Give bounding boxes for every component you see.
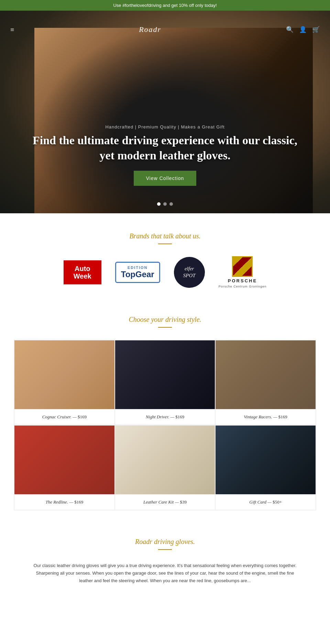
product-label-cognac: Cognac Cruiser. — $169	[14, 409, 114, 425]
brands-row: Auto Week EDITION TopGear elferSPOT PORS…	[21, 256, 309, 288]
product-night-driver[interactable]: Night Driver. — $169	[115, 340, 216, 425]
topgear-gear: TopGear	[121, 270, 154, 279]
product-vintage-racers[interactable]: Vintage Racers. — $169	[215, 340, 316, 425]
search-icon[interactable]: 🔍	[286, 26, 294, 33]
elferspot-logo: elferSPOT	[174, 257, 205, 288]
view-collection-button[interactable]: View Collection	[134, 171, 196, 186]
product-cognac-cruiser[interactable]: Cognac Cruiser. — $169	[14, 340, 115, 425]
product-label-night: Night Driver. — $169	[115, 409, 215, 425]
autoweek-logo: Auto Week	[64, 260, 101, 284]
product-price-gift: $50+	[273, 499, 282, 505]
product-separator-care: —	[175, 499, 180, 505]
nav-logo: Roadr	[14, 25, 286, 34]
carousel-dot-1[interactable]	[157, 202, 161, 206]
navbar: ≡ Roadr 🔍 👤 🛒	[0, 20, 330, 39]
product-care-kit[interactable]: Leather Care Kit — $39	[115, 425, 216, 510]
product-name-redline: The Redline.	[45, 499, 68, 505]
product-name-cognac: Cognac Cruiser.	[42, 414, 72, 419]
carousel-dot-3[interactable]	[169, 202, 173, 206]
hero-content: Handcrafted | Premium Quality | Makes a …	[0, 124, 330, 186]
driving-style-title: Choose your driving style.	[14, 316, 316, 324]
products-grid-row1: Cognac Cruiser. — $169 Night Driver. — $…	[14, 340, 316, 425]
product-name-vintage: Vintage Racers.	[244, 414, 272, 419]
product-separator-vintage: —	[273, 414, 278, 419]
porsche-emblem	[232, 256, 253, 277]
driving-style-divider	[158, 327, 172, 328]
brand-section-title: Roadr driving gloves.	[21, 538, 309, 546]
product-separator-cognac: —	[73, 414, 78, 419]
product-price-cognac: $169	[78, 414, 87, 419]
product-image-redline	[14, 426, 114, 494]
hamburger-icon[interactable]: ≡	[10, 26, 14, 34]
account-icon[interactable]: 👤	[299, 26, 307, 33]
brands-section: Brands that talk about us. Auto Week EDI…	[0, 213, 330, 302]
porsche-name: PORSCHE	[228, 278, 257, 283]
product-image-night	[115, 340, 215, 409]
product-price-redline: $169	[74, 499, 83, 505]
autoweek-week: Week	[74, 272, 91, 280]
product-separator-night: —	[170, 414, 176, 419]
brand-description: Our classic leather driving gloves will …	[31, 562, 299, 585]
brand-section-divider	[158, 549, 172, 550]
product-name-night: Night Driver.	[146, 414, 169, 419]
product-image-gift	[216, 426, 316, 494]
topgear-top: EDITION	[121, 265, 154, 270]
porsche-logo: PORSCHE Porsche Centrum Groningen	[219, 256, 267, 288]
cart-icon[interactable]: 🛒	[312, 26, 320, 33]
hero-tagline: Handcrafted | Premium Quality | Makes a …	[28, 124, 302, 129]
brands-divider	[158, 244, 172, 244]
product-name-gift: Gift Card	[249, 499, 266, 505]
product-separator-redline: —	[69, 499, 74, 505]
product-redline[interactable]: The Redline. — $169	[14, 425, 115, 510]
product-image-cognac	[14, 340, 114, 409]
product-name-care: Leather Care Kit	[143, 499, 174, 505]
announcement-bar: Use #fortheloveofdriving and get 10% off…	[0, 0, 330, 11]
product-label-care: Leather Care Kit — $39	[115, 494, 215, 510]
hero-carousel-dots	[157, 202, 173, 206]
product-image-care	[115, 426, 215, 494]
product-price-care: $39	[180, 499, 187, 505]
nav-icons: 🔍 👤 🛒	[286, 26, 320, 33]
product-label-gift: Gift Card — $50+	[216, 494, 316, 510]
product-price-night: $169	[175, 414, 184, 419]
product-price-vintage: $169	[278, 414, 287, 419]
product-label-redline: The Redline. — $169	[14, 494, 114, 510]
porsche-sub: Porsche Centrum Groningen	[219, 285, 267, 288]
brand-section: Roadr driving gloves. Our classic leathe…	[0, 521, 330, 591]
carousel-dot-2[interactable]	[163, 202, 167, 206]
driving-style-section: Choose your driving style. Cognac Cruise…	[0, 302, 330, 521]
autoweek-auto: Auto	[75, 265, 90, 272]
hero-title: Find the ultimate driving experience wit…	[28, 133, 302, 163]
elferspot-text: elferSPOT	[183, 265, 196, 279]
product-image-vintage	[216, 340, 316, 409]
announcement-text: Use #fortheloveofdriving and get 10% off…	[113, 3, 217, 8]
products-grid-row2: The Redline. — $169 Leather Care Kit — $…	[14, 425, 316, 510]
brands-section-title: Brands that talk about us.	[21, 232, 309, 240]
product-label-vintage: Vintage Racers. — $169	[216, 409, 316, 425]
product-gift-card[interactable]: Gift Card — $50+	[215, 425, 316, 510]
product-separator-gift: —	[267, 499, 273, 505]
topgear-logo: EDITION TopGear	[115, 262, 160, 283]
hero-section: Handcrafted | Premium Quality | Makes a …	[0, 11, 330, 213]
